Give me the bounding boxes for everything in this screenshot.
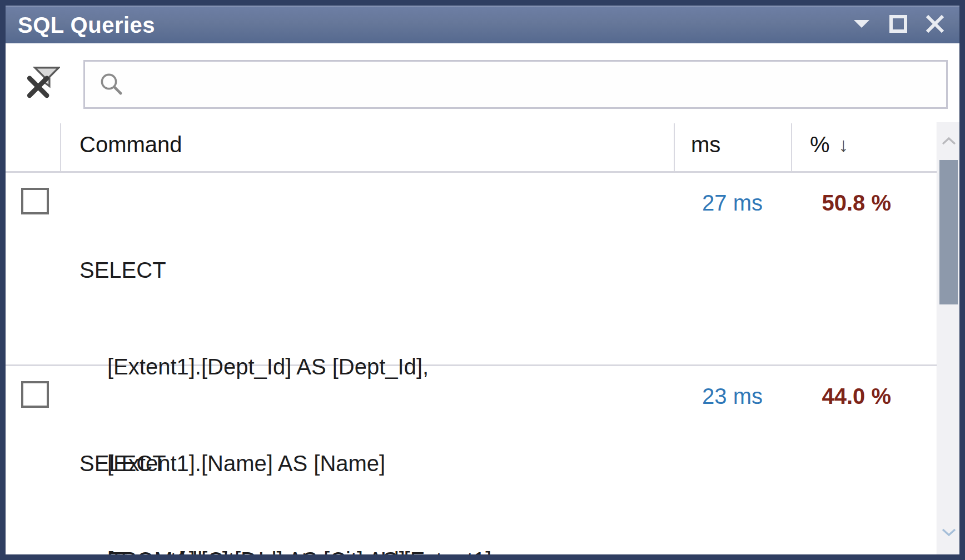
clear-filter-button[interactable] (26, 64, 60, 100)
chevron-down-icon (853, 19, 870, 31)
close-button[interactable] (925, 15, 945, 35)
duration-ms-value: 23 ms (674, 384, 763, 409)
column-header-ms[interactable]: ms (691, 132, 720, 157)
window-controls (852, 15, 959, 35)
window-title: SQL Queries (6, 13, 155, 38)
scroll-up-button[interactable] (937, 131, 960, 153)
maximize-button[interactable] (888, 15, 908, 35)
window-menu-button[interactable] (852, 15, 872, 35)
panel-content: Command ms % ↓ SELECT [Extent1].[Dept_Id… (6, 43, 959, 554)
title-bar: SQL Queries (6, 6, 959, 43)
vertical-scrollbar (937, 122, 959, 554)
query-row[interactable]: SELECT [Extent1].[City_Id] AS [City_Id],… (6, 366, 937, 554)
row-checkbox[interactable] (21, 381, 49, 408)
maximize-icon (889, 15, 907, 35)
percent-value: 50.8 % (791, 191, 891, 216)
clear-filter-icon (26, 92, 60, 102)
query-list: SELECT [Extent1].[Dept_Id] AS [Dept_Id],… (6, 173, 937, 554)
percent-header-label: % (810, 132, 830, 157)
scroll-down-button[interactable] (937, 522, 960, 544)
sort-descending-icon: ↓ (839, 135, 849, 155)
sql-line: SELECT (79, 254, 590, 286)
chevron-up-icon (942, 137, 956, 147)
duration-ms-value: 27 ms (674, 191, 763, 216)
column-separator (60, 123, 61, 172)
column-separator (791, 123, 792, 172)
scrollbar-thumb[interactable] (939, 160, 958, 304)
search-input[interactable] (125, 62, 946, 107)
search-box (83, 60, 948, 109)
chevron-down-icon (942, 528, 956, 538)
sql-command-text: SELECT [Extent1].[City_Id] AS [City_Id],… (79, 383, 581, 554)
sql-queries-window: SQL Queries (0, 0, 965, 560)
sql-line: SELECT (79, 447, 581, 479)
percent-value: 44.0 % (791, 384, 891, 409)
row-checkbox[interactable] (21, 188, 49, 214)
search-icon (98, 71, 125, 98)
query-row[interactable]: SELECT [Extent1].[Dept_Id] AS [Dept_Id],… (6, 173, 937, 366)
column-header-command[interactable]: Command (79, 132, 182, 157)
close-icon (926, 14, 944, 36)
sql-line: [Extent1].[City_Id] AS [City_Id], (79, 544, 581, 554)
column-header-percent[interactable]: % ↓ (810, 132, 849, 157)
column-separator (674, 123, 675, 172)
